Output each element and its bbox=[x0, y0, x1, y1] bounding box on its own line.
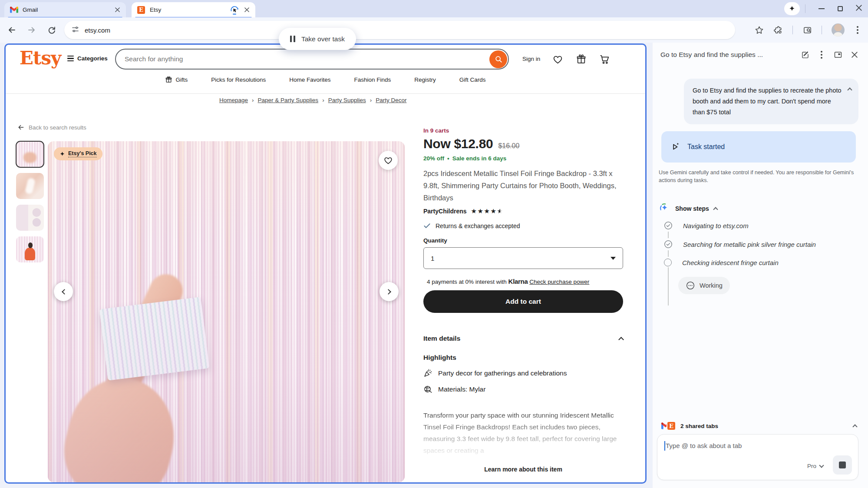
sparkle-icon bbox=[59, 151, 65, 157]
step-connector bbox=[668, 232, 669, 238]
bookmark-star-icon[interactable] bbox=[754, 25, 764, 35]
thumbnail-2[interactable] bbox=[16, 173, 44, 199]
minimize-button[interactable] bbox=[818, 8, 825, 9]
take-over-task-button[interactable]: Take over task bbox=[279, 28, 356, 50]
thumbnail-4[interactable] bbox=[16, 236, 44, 262]
browser-window: Gmail E Etsy bbox=[0, 0, 868, 488]
working-status: Working bbox=[678, 277, 730, 294]
text-cursor bbox=[664, 441, 665, 451]
highlights-heading: Highlights bbox=[423, 354, 623, 362]
collapse-chevron-icon[interactable] bbox=[847, 87, 852, 92]
check-purchase-power-link[interactable]: Check purchase power bbox=[529, 279, 589, 285]
breadcrumb-homepage[interactable]: Homepage bbox=[219, 97, 248, 103]
etsy-logo[interactable]: Etsy bbox=[20, 47, 61, 69]
sale-note: 20% off • Sale ends in 6 days bbox=[423, 155, 623, 162]
nav-item-registry[interactable]: Registry bbox=[414, 76, 436, 83]
forward-icon[interactable] bbox=[27, 25, 36, 35]
favorites-heart-icon[interactable] bbox=[551, 53, 564, 66]
thumbnail-3[interactable] bbox=[16, 205, 44, 231]
favorite-heart-button[interactable] bbox=[379, 151, 398, 170]
gemini-button[interactable] bbox=[784, 2, 800, 15]
back-to-results-link[interactable]: Back to search results bbox=[17, 124, 86, 131]
user-message: Go to Etsy and find the supplies to recr… bbox=[684, 79, 858, 124]
cart-icon[interactable] bbox=[598, 53, 611, 66]
show-steps-toggle[interactable]: Show steps bbox=[659, 203, 868, 214]
tab-search-icon[interactable] bbox=[802, 25, 812, 35]
party-popper-icon bbox=[423, 368, 432, 378]
step-item: Checking iridescent fringe curtain bbox=[664, 259, 868, 266]
nav-item-picks[interactable]: Picks for Resolutions bbox=[211, 76, 266, 83]
search-bar bbox=[115, 49, 509, 70]
sign-in-button[interactable]: Sign in bbox=[522, 56, 540, 62]
star-icon: ★★★★ bbox=[471, 207, 497, 215]
browser-toolbar: etsy.com bbox=[0, 17, 868, 43]
breadcrumb-paper-party[interactable]: Paper & Party Supplies bbox=[258, 97, 319, 103]
rating-stars: ★★★★★ bbox=[471, 207, 503, 215]
tab-gmail[interactable]: Gmail bbox=[4, 2, 126, 17]
back-icon[interactable] bbox=[7, 25, 17, 35]
close-window-button[interactable] bbox=[856, 5, 862, 13]
pop-out-icon[interactable] bbox=[833, 50, 843, 60]
conversation-title: Go to Etsy and find the supplies ... bbox=[660, 51, 793, 59]
nav-item-gift-cards[interactable]: Gift Cards bbox=[459, 76, 486, 83]
profile-avatar[interactable] bbox=[832, 23, 845, 37]
thumbnail-list bbox=[16, 141, 46, 262]
task-status-card: Task started bbox=[661, 131, 856, 163]
quantity-select[interactable]: 1 bbox=[423, 247, 623, 269]
chevron-up-icon bbox=[713, 207, 718, 212]
tab-etsy[interactable]: E Etsy bbox=[132, 2, 255, 17]
menu-kebab-icon[interactable] bbox=[857, 29, 858, 31]
gallery-prev-button[interactable] bbox=[54, 282, 73, 301]
model-selector[interactable]: Pro bbox=[807, 463, 823, 469]
fringe-sample bbox=[99, 297, 209, 380]
step-check-icon bbox=[664, 221, 673, 230]
reload-icon[interactable] bbox=[47, 25, 56, 35]
close-icon[interactable] bbox=[243, 7, 250, 13]
titlebar: Gmail E Etsy bbox=[0, 0, 868, 17]
product-image[interactable] bbox=[48, 141, 405, 482]
categories-button[interactable]: Categories bbox=[67, 55, 108, 62]
seller-name[interactable]: PartyChildrens bbox=[423, 208, 467, 215]
klarna-note: 4 payments at 0% interest with Klarna Ch… bbox=[423, 278, 623, 285]
item-details-toggle[interactable]: Item details bbox=[423, 335, 623, 342]
address-bar[interactable]: etsy.com bbox=[64, 21, 735, 39]
categories-label: Categories bbox=[77, 55, 108, 62]
divider bbox=[805, 4, 805, 13]
breadcrumb-party-supplies[interactable]: Party Supplies bbox=[328, 97, 366, 103]
breadcrumb-party-decor[interactable]: Party Decor bbox=[376, 97, 406, 103]
assistant-input[interactable] bbox=[666, 438, 806, 453]
gifts-icon[interactable] bbox=[574, 53, 587, 66]
gmail-icon bbox=[10, 6, 18, 14]
extensions-icon[interactable] bbox=[773, 25, 783, 35]
arrow-left-icon bbox=[17, 124, 24, 131]
tab-label: Etsy bbox=[150, 7, 229, 13]
nav-item-home-favorites[interactable]: Home Favorites bbox=[289, 76, 330, 83]
step-connector bbox=[668, 250, 669, 257]
gallery-next-button[interactable] bbox=[380, 282, 399, 301]
site-settings-icon[interactable] bbox=[71, 25, 79, 35]
learn-more-link[interactable]: Learn more about this item bbox=[423, 466, 623, 473]
etsys-pick-badge: Etsy's Pick bbox=[54, 147, 102, 160]
in-carts-note: In 9 carts bbox=[423, 125, 623, 134]
search-button[interactable] bbox=[489, 50, 507, 68]
menu-kebab-icon[interactable] bbox=[817, 50, 826, 60]
close-icon[interactable] bbox=[114, 7, 121, 13]
add-to-cart-button[interactable]: Add to cart bbox=[423, 290, 623, 313]
etsy-favicon: E bbox=[137, 6, 145, 14]
task-status-label: Task started bbox=[687, 143, 725, 151]
nav-item-gifts[interactable]: Gifts bbox=[165, 76, 188, 83]
nav-item-fashion-finds[interactable]: Fashion Finds bbox=[354, 76, 391, 83]
web-page: Etsy Categories Sign in Gifts Picks for bbox=[4, 43, 647, 484]
gift-icon bbox=[165, 76, 172, 83]
ellipsis-circle-icon bbox=[686, 281, 695, 290]
collapse-chevron-icon[interactable] bbox=[852, 424, 857, 429]
shared-tabs-label: 2 shared tabs bbox=[680, 423, 718, 429]
stop-button[interactable] bbox=[833, 455, 852, 475]
maximize-button[interactable] bbox=[838, 6, 843, 11]
chevron-up-icon bbox=[618, 337, 624, 342]
task-play-icon bbox=[670, 142, 681, 152]
new-chat-icon[interactable] bbox=[800, 50, 810, 60]
close-icon[interactable] bbox=[850, 50, 859, 60]
search-input[interactable] bbox=[116, 55, 489, 63]
thumbnail-1[interactable] bbox=[16, 141, 44, 167]
